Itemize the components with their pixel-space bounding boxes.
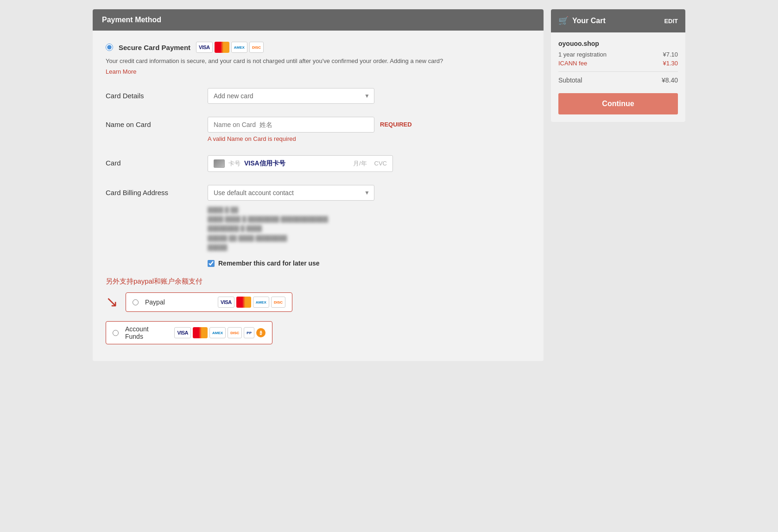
secure-card-radio[interactable] [106,44,113,51]
paypal-icon-funds: PP [244,327,254,338]
name-on-card-section: Name on Card REQUIRED A valid Name on Ca… [106,117,531,142]
continue-button[interactable]: Continue [558,93,678,114]
card-number-control: 卡号 VISA信用卡号 月/年 CVC [208,155,531,172]
cart-title: Your Cart [572,17,606,25]
card-input-box[interactable]: 卡号 VISA信用卡号 月/年 CVC [208,155,393,172]
visa-icon-funds: VISA [174,327,191,338]
cart-body: oyouoo.shop 1 year registration ¥7.10 IC… [551,32,685,122]
bitcoin-icon-funds: ₿ [256,328,266,337]
card-icons-funds: VISA AMEX DISC PP ₿ [174,327,266,338]
amex-icon: AMEX [231,42,247,53]
disc-icon-funds: DISC [228,327,242,338]
cart-item-icann-name: ICANN fee [558,60,587,67]
card-number-section: Card 卡号 VISA信用卡号 月/年 CVC [106,155,531,172]
billing-address-control: Use default account contact ▼ ████ █ ██ … [208,185,531,253]
red-arrow-icon: ↘ [106,294,118,309]
learn-more-link[interactable]: Learn More [106,68,136,75]
cart-edit-link[interactable]: EDIT [664,18,678,25]
card-select[interactable]: Add new card [208,88,374,104]
mc-icon-paypal [236,297,251,308]
billing-address-blurred: ████ █ ██ ████ ████ █ ████████ █████████… [208,205,531,253]
page-wrapper: Payment Method Secure Card Payment VISA … [93,9,685,523]
billing-address-section: Card Billing Address Use default account… [106,185,531,253]
cart-item-registration-name: 1 year registration [558,51,607,58]
info-text: Your credit card information is secure, … [106,57,531,66]
mastercard-icon [215,42,229,53]
card-visa-text: VISA信用卡号 [244,159,285,168]
cart-subtotal-label: Subtotal [558,76,582,84]
remember-row: Remember this card for later use [208,260,531,267]
discover-icon: DISC [249,42,264,53]
required-badge: REQUIRED [380,121,412,128]
cart-subtotal-row: Subtotal ¥8.40 [558,76,678,84]
paypal-option-row[interactable]: Paypal VISA AMEX DISC [126,292,292,312]
card-details-label: Card Details [106,88,198,100]
account-funds-label: Account Funds [125,325,168,340]
cart-divider [558,71,678,72]
cart-sidebar: 🛒 Your Cart EDIT oyouoo.shop 1 year regi… [551,9,685,122]
card-details-control: Add new card ▼ [208,88,531,104]
cart-domain: oyouoo.shop [558,40,678,47]
panel-title: Payment Method [102,16,161,24]
cart-item-icann-price: ¥1.30 [663,60,678,67]
card-chip-icon [214,159,225,168]
billing-select[interactable]: Use default account contact [208,185,374,201]
card-select-wrapper: Add new card ▼ [208,88,374,104]
card-details-section: Card Details Add new card ▼ [106,88,531,104]
billing-select-wrapper: Use default account contact ▼ [208,185,374,201]
card-cvc: CVC [374,160,387,167]
account-funds-radio[interactable] [113,330,119,336]
validation-message: A valid Name on Card is required [208,135,531,142]
panel-header: Payment Method [93,9,544,31]
visa-icon-paypal: VISA [218,297,234,308]
cart-header: 🛒 Your Cart EDIT [551,9,685,32]
support-text: 另外支持paypal和账户余额支付 [106,277,531,286]
name-on-card-input[interactable] [208,117,374,133]
name-on-card-control: REQUIRED A valid Name on Card is require… [208,117,531,142]
paypal-label: Paypal [145,298,165,306]
card-number-label: Card [106,155,198,167]
secure-card-label: Secure Card Payment [119,44,190,51]
cart-item-icann: ICANN fee ¥1.30 [558,60,678,67]
card-icons-paypal: VISA AMEX DISC [218,297,285,308]
disc-icon-paypal: DISC [271,297,285,308]
main-panel: Payment Method Secure Card Payment VISA … [93,9,544,361]
account-funds-row[interactable]: Account Funds VISA AMEX DISC PP ₿ [106,321,272,344]
mc-icon-funds [193,327,208,338]
amex-icon-funds: AMEX [209,327,226,338]
remember-label: Remember this card for later use [218,260,320,267]
cart-title-row: 🛒 Your Cart [558,16,606,26]
amex-icon-paypal: AMEX [253,297,269,308]
paypal-option-wrapper: Paypal VISA AMEX DISC [126,292,292,317]
card-expiry: 月/年 [353,159,367,168]
visa-icon: VISA [196,42,213,53]
panel-body: Secure Card Payment VISA AMEX DISC Your … [93,31,544,361]
name-input-row: REQUIRED [208,117,531,133]
cart-item-registration-price: ¥7.10 [663,51,678,58]
remember-checkbox[interactable] [208,260,215,267]
cart-icon: 🛒 [558,16,569,26]
billing-address-label: Card Billing Address [106,185,198,196]
cart-item-registration: 1 year registration ¥7.10 [558,51,678,58]
card-icons-secure: VISA AMEX DISC [196,42,264,53]
cart-subtotal-value: ¥8.40 [662,76,678,84]
name-input-wrapper [208,117,374,133]
name-on-card-label: Name on Card [106,117,198,128]
paypal-radio[interactable] [133,299,139,305]
card-num-label: 卡号 [228,159,240,168]
secure-payment-row: Secure Card Payment VISA AMEX DISC [106,42,531,53]
